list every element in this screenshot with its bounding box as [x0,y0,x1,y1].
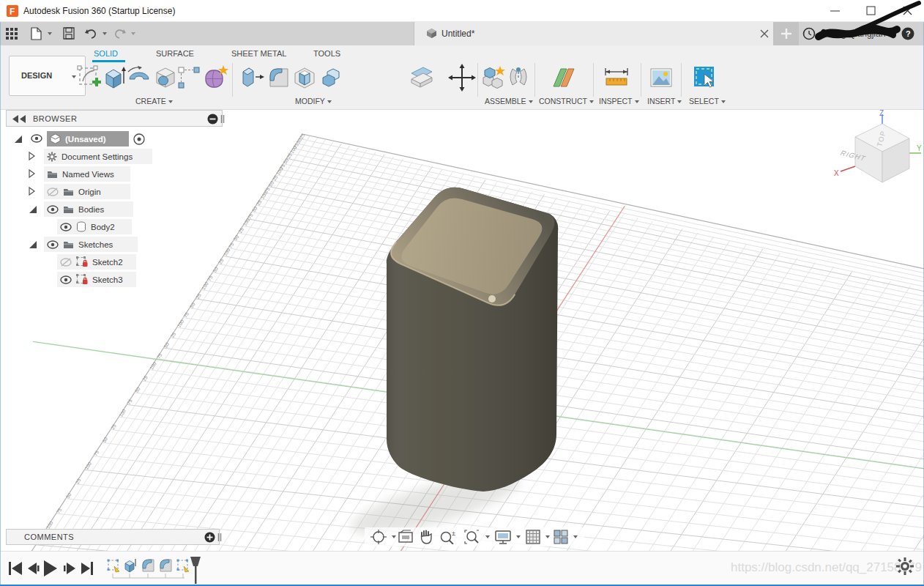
timeline-sketch2-icon[interactable] [108,560,120,573]
document-tab[interactable]: Untitled* [414,22,774,45]
group-label-insert[interactable]: INSERT [647,97,682,105]
tree-row-sketch2[interactable]: Sketch2 [6,253,223,271]
construction-plane-icon[interactable] [549,63,578,92]
create-form-icon[interactable] [201,63,230,92]
visibility-eye-icon[interactable] [60,275,72,284]
axis-x-label: X [834,169,839,177]
fit-icon[interactable] [464,530,480,544]
expander-collapsed-icon[interactable] [28,151,36,161]
fillet-icon[interactable] [264,63,294,92]
display-settings-icon[interactable] [495,530,511,544]
timeline-playhead[interactable] [190,557,201,584]
group-label-select[interactable]: SELECT [689,97,726,105]
add-comment-icon[interactable] [204,532,215,543]
grid-settings-icon[interactable] [526,530,540,544]
expander-expanded-icon[interactable] [13,134,23,144]
extrude-icon[interactable] [99,63,128,92]
timeline-fillet2-icon[interactable] [160,560,171,571]
fit-caret[interactable] [485,535,490,538]
tab-surface[interactable]: SURFACE [156,49,194,58]
redo-icon[interactable] [113,28,127,40]
look-at-icon[interactable] [398,530,413,544]
grid-caret[interactable] [545,535,550,538]
comments-bar[interactable]: COMMENTS [6,529,220,545]
viewports-icon[interactable] [554,530,568,544]
display-caret[interactable] [516,535,521,538]
settings-gear-icon[interactable] [896,557,914,575]
tree-row-origin[interactable]: Origin [6,183,223,201]
close-button[interactable] [903,7,912,15]
tree-row-sketch3[interactable]: Sketch3 [6,271,223,289]
expander-collapsed-icon[interactable] [28,168,36,179]
visibility-eye-icon[interactable] [31,134,42,143]
undo-menu-caret[interactable] [103,32,107,35]
orbit-icon[interactable] [370,530,387,544]
group-label-inspect[interactable]: INSPECT [599,97,639,105]
tree-row-document-settings[interactable]: Document Settings [6,148,223,166]
visibility-eye-icon[interactable] [47,205,59,214]
file-menu-caret[interactable] [48,32,52,35]
file-new-icon[interactable] [31,27,42,40]
user-name[interactable]: Feng Qiangjian [826,29,885,39]
shell-icon[interactable] [290,63,319,92]
group-label-modify[interactable]: MODIFY [295,97,332,105]
insert-image-icon[interactable] [647,63,676,92]
visibility-eye-icon[interactable] [47,240,59,249]
select-icon[interactable] [690,63,719,92]
tab-sheet-metal[interactable]: SHEET METAL [231,49,286,58]
move-copy-icon[interactable] [447,63,477,92]
skip-start-button[interactable] [9,562,22,575]
expander-expanded-icon[interactable] [28,204,37,214]
view-cube[interactable]: Z Y X RIGHT TOP [820,110,924,198]
pattern-icon[interactable] [174,63,204,92]
panel-grip-icon[interactable] [217,532,222,543]
play-button[interactable] [44,560,57,576]
step-forward-button[interactable] [64,563,75,574]
app-grid-icon[interactable] [6,28,18,40]
step-back-button[interactable] [28,563,40,574]
group-label-construct[interactable]: CONSTRUCT [539,97,594,105]
redo-menu-caret[interactable] [131,32,135,35]
tree-row-bodies[interactable]: Bodies [6,201,223,218]
revolve-icon[interactable] [124,63,154,92]
expander-expanded-icon[interactable] [28,240,37,249]
tree-row-root[interactable]: (Unsaved) [6,130,223,148]
tree-row-body2[interactable]: Body2 [6,218,223,236]
tree-row-named-views[interactable]: Named Views [6,166,223,183]
tree-row-sketches[interactable]: Sketches [6,236,223,253]
zoom-icon[interactable]: ± [439,530,457,544]
tab-tools[interactable]: TOOLS [313,49,340,58]
tab-solid[interactable]: SOLID [94,49,118,58]
group-label-create[interactable]: CREATE [135,97,173,105]
joint-icon[interactable] [504,63,533,92]
group-label-assemble[interactable]: ASSEMBLE [485,97,533,105]
collapse-panel-icon[interactable] [12,115,27,123]
maximize-button[interactable] [867,7,875,15]
timeline-fillet1-icon[interactable] [143,560,154,571]
press-pull-icon[interactable] [237,63,267,92]
measure-icon[interactable] [602,63,631,92]
skip-end-button[interactable] [81,562,93,575]
tab-close-icon[interactable] [760,29,769,38]
recent-clock-icon[interactable] [802,27,816,40]
split-body-icon[interactable] [407,63,436,92]
save-icon[interactable] [63,27,75,40]
panel-grip-icon[interactable] [220,114,225,125]
expander-collapsed-icon[interactable] [28,186,36,196]
visibility-eye-icon[interactable] [60,223,72,231]
help-icon[interactable]: ? [901,27,914,40]
remove-panel-icon[interactable] [207,114,218,125]
viewports-caret[interactable] [573,535,578,538]
orbit-caret[interactable] [392,535,396,538]
timeline-sketch3-icon[interactable] [177,560,190,573]
visibility-off-icon[interactable] [47,188,59,196]
activate-radio-icon[interactable] [133,133,145,145]
visibility-off-icon[interactable] [60,258,72,267]
viewport-3d[interactable]: 2550751002550751002550751002550751002550… [0,110,924,551]
combine-icon[interactable] [317,63,346,92]
pan-icon[interactable] [419,529,433,544]
timeline-extrude-icon[interactable] [125,559,135,572]
new-tab-button[interactable] [774,22,799,45]
browser-header[interactable]: BROWSER [6,110,223,127]
undo-icon[interactable] [84,28,97,40]
